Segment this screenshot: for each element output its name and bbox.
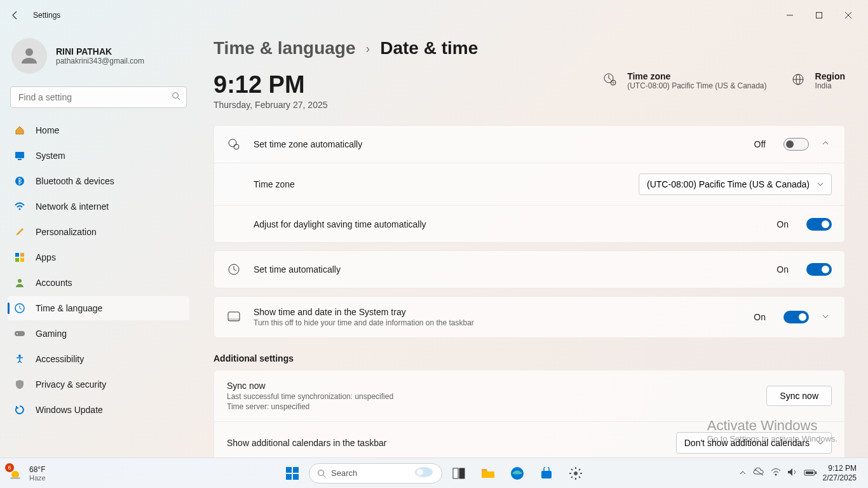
store-button[interactable] <box>534 461 559 486</box>
svg-rect-28 <box>228 318 240 321</box>
profile-name: RINI PATHAK <box>56 46 144 57</box>
breadcrumb-parent[interactable]: Time & language <box>214 38 356 58</box>
timezone-dropdown[interactable]: (UTC-08:00) Pacific Time (US & Canada) <box>639 173 832 195</box>
svg-rect-15 <box>15 331 25 336</box>
back-button[interactable] <box>5 5 25 25</box>
nav-personalization[interactable]: Personalization <box>8 220 189 244</box>
nav-system[interactable]: System <box>8 144 189 168</box>
svg-rect-30 <box>10 477 20 479</box>
search-input[interactable] <box>10 86 187 108</box>
row-auto-time: Set time automatically On <box>214 251 844 288</box>
volume-icon[interactable] <box>787 468 797 479</box>
search-icon <box>172 92 180 103</box>
avatar <box>11 38 47 74</box>
chevron-down-icon[interactable] <box>822 139 832 150</box>
nav-update[interactable]: Windows Update <box>8 398 189 422</box>
wifi-icon <box>14 201 25 212</box>
svg-rect-41 <box>482 469 487 471</box>
tray-chevron-icon[interactable] <box>739 468 747 479</box>
svg-rect-1 <box>817 13 822 18</box>
svg-line-4 <box>178 98 180 100</box>
row-system-tray[interactable]: Show time and date in the System tray Tu… <box>214 297 844 337</box>
gamepad-icon <box>14 328 25 339</box>
brush-icon <box>14 226 25 238</box>
nav-gaming[interactable]: Gaming <box>8 322 189 346</box>
toggle-dst[interactable] <box>806 218 832 231</box>
wifi-tray-icon[interactable] <box>771 468 781 479</box>
toggle-auto-time[interactable] <box>806 263 832 276</box>
svg-rect-5 <box>15 152 24 158</box>
onedrive-icon[interactable] <box>753 468 764 479</box>
sync-now-button[interactable]: Sync now <box>766 386 832 406</box>
search-box[interactable] <box>10 86 187 108</box>
nav-bluetooth[interactable]: Bluetooth & devices <box>8 169 189 193</box>
task-view-button[interactable] <box>446 461 471 486</box>
taskbar-search[interactable]: Search <box>309 463 442 484</box>
minimize-button[interactable] <box>775 5 804 25</box>
svg-rect-31 <box>286 467 292 473</box>
additional-settings-header: Additional settings <box>214 353 845 363</box>
svg-point-38 <box>417 469 423 475</box>
chevron-right-icon: › <box>366 41 370 56</box>
svg-rect-10 <box>20 253 24 257</box>
clock-display: 9:12 PM Thursday, February 27, 2025 <box>214 71 328 110</box>
nav-network[interactable]: Network & internet <box>8 194 189 219</box>
profile-block[interactable]: RINI PATHAK pathakrini343@gmail.com <box>8 30 189 86</box>
nav-accessibility[interactable]: Accessibility <box>8 347 189 371</box>
chevron-down-icon[interactable] <box>822 311 832 323</box>
toggle-auto-timezone[interactable] <box>783 138 809 151</box>
svg-point-3 <box>173 93 179 98</box>
svg-rect-40 <box>459 468 465 478</box>
weather-icon: 6 <box>6 464 24 482</box>
svg-point-25 <box>234 144 239 149</box>
tray-clock[interactable]: 9:12 PM 2/27/2025 <box>823 464 862 482</box>
nav-accounts[interactable]: Accounts <box>8 271 189 295</box>
svg-point-24 <box>229 139 236 147</box>
row-timezone: Time zone (UTC-08:00) Pacific Time (US &… <box>214 163 844 205</box>
svg-rect-34 <box>293 474 299 480</box>
row-auto-timezone[interactable]: Set time zone automatically Off <box>214 126 844 163</box>
accessibility-icon <box>14 353 25 365</box>
weather-widget[interactable]: 6 68°F Haze <box>6 464 46 482</box>
titlebar: Settings <box>0 0 868 30</box>
region-info[interactable]: Region India <box>790 71 845 90</box>
svg-rect-39 <box>453 468 458 478</box>
taskbar-icon <box>227 311 241 323</box>
globe-icon <box>790 71 806 88</box>
svg-rect-33 <box>286 474 292 480</box>
system-icon <box>14 150 25 161</box>
close-button[interactable] <box>834 5 863 25</box>
svg-point-46 <box>775 473 776 475</box>
svg-rect-6 <box>18 159 22 160</box>
svg-line-36 <box>323 475 326 477</box>
start-button[interactable] <box>280 461 305 486</box>
svg-rect-9 <box>15 253 19 257</box>
svg-rect-12 <box>20 258 24 262</box>
timezone-info[interactable]: Time zone (UTC-08:00) Pacific Time (US &… <box>602 71 766 90</box>
svg-point-18 <box>18 355 21 357</box>
battery-icon[interactable] <box>804 468 817 479</box>
nav-home[interactable]: Home <box>8 118 189 142</box>
explorer-button[interactable] <box>475 461 501 486</box>
calendars-dropdown[interactable]: Don't show additional calendars <box>676 432 832 454</box>
maximize-button[interactable] <box>804 5 834 25</box>
nav-apps[interactable]: Apps <box>8 245 189 269</box>
svg-rect-11 <box>15 258 19 262</box>
breadcrumb-current: Date & time <box>380 38 478 58</box>
nav-privacy[interactable]: Privacy & security <box>8 372 189 396</box>
row-dst: Adjust for daylight saving time automati… <box>214 205 844 242</box>
edge-button[interactable] <box>505 461 530 486</box>
toggle-system-tray[interactable] <box>783 311 809 323</box>
svg-point-13 <box>18 279 22 283</box>
search-icon <box>317 469 326 478</box>
svg-point-35 <box>318 470 324 475</box>
chevron-down-icon <box>817 440 824 446</box>
shield-icon <box>14 379 25 390</box>
apps-icon <box>14 252 25 263</box>
current-date: Thursday, February 27, 2025 <box>214 100 328 110</box>
nav-time-language[interactable]: Time & language <box>8 296 189 320</box>
breadcrumb: Time & language › Date & time <box>214 38 845 58</box>
svg-point-17 <box>22 333 23 334</box>
search-decoration-icon <box>414 466 434 480</box>
settings-button[interactable] <box>563 461 588 486</box>
